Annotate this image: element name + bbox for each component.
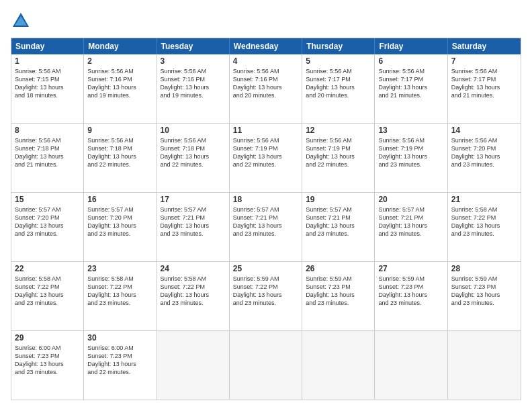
calendar-week-3: 15Sunrise: 5:57 AMSunset: 7:20 PMDayligh… [11,193,521,262]
table-row: 4Sunrise: 5:56 AMSunset: 7:16 PMDaylight… [230,54,302,123]
table-row: 30Sunrise: 6:00 AMSunset: 7:23 PMDayligh… [84,331,157,400]
cell-info: Sunrise: 5:59 AMSunset: 7:23 PMDaylight:… [378,275,443,308]
table-row: 20Sunrise: 5:57 AMSunset: 7:21 PMDayligh… [375,193,447,261]
header-day-sunday: Sunday [11,38,84,54]
header-day-monday: Monday [84,38,157,54]
table-row [375,331,447,400]
calendar-week-4: 22Sunrise: 5:58 AMSunset: 7:22 PMDayligh… [11,262,521,331]
header-day-wednesday: Wednesday [230,38,302,54]
page: SundayMondayTuesdayWednesdayThursdayFrid… [0,0,532,411]
table-row: 25Sunrise: 5:59 AMSunset: 7:22 PMDayligh… [230,262,302,330]
cell-info: Sunrise: 5:59 AMSunset: 7:23 PMDaylight:… [306,275,371,308]
day-number: 20 [378,195,443,204]
table-row: 26Sunrise: 5:59 AMSunset: 7:23 PMDayligh… [302,262,375,330]
table-row: 18Sunrise: 5:57 AMSunset: 7:21 PMDayligh… [230,193,302,261]
day-number: 2 [87,56,152,66]
table-row: 13Sunrise: 5:56 AMSunset: 7:19 PMDayligh… [375,124,447,192]
day-number: 29 [15,333,80,342]
table-row: 5Sunrise: 5:56 AMSunset: 7:17 PMDaylight… [302,54,375,123]
day-number: 1 [15,56,80,66]
header [11,11,521,31]
cell-info: Sunrise: 5:57 AMSunset: 7:20 PMDaylight:… [87,205,152,238]
cell-info: Sunrise: 6:00 AMSunset: 7:23 PMDaylight:… [87,344,152,377]
table-row: 1Sunrise: 5:56 AMSunset: 7:15 PMDaylight… [11,54,84,123]
table-row: 19Sunrise: 5:57 AMSunset: 7:21 PMDayligh… [302,193,375,261]
table-row: 27Sunrise: 5:59 AMSunset: 7:23 PMDayligh… [375,262,447,330]
calendar-week-5: 29Sunrise: 6:00 AMSunset: 7:23 PMDayligh… [11,331,521,400]
logo-icon [11,11,31,31]
day-number: 4 [233,56,298,66]
table-row: 6Sunrise: 5:56 AMSunset: 7:17 PMDaylight… [375,54,447,123]
cell-info: Sunrise: 5:56 AMSunset: 7:17 PMDaylight:… [451,67,517,100]
cell-info: Sunrise: 5:56 AMSunset: 7:16 PMDaylight:… [161,67,226,100]
calendar-week-1: 1Sunrise: 5:56 AMSunset: 7:15 PMDaylight… [11,54,521,124]
day-number: 16 [87,195,152,204]
day-number: 21 [451,195,517,204]
table-row: 3Sunrise: 5:56 AMSunset: 7:16 PMDaylight… [157,54,230,123]
table-row: 15Sunrise: 5:57 AMSunset: 7:20 PMDayligh… [11,193,84,261]
header-day-tuesday: Tuesday [157,38,230,54]
day-number: 5 [306,56,371,66]
table-row [302,331,375,400]
day-number: 13 [378,126,443,135]
table-row: 29Sunrise: 6:00 AMSunset: 7:23 PMDayligh… [11,331,84,400]
table-row: 7Sunrise: 5:56 AMSunset: 7:17 PMDaylight… [448,54,521,123]
calendar-body: 1Sunrise: 5:56 AMSunset: 7:15 PMDaylight… [11,54,521,400]
calendar-week-2: 8Sunrise: 5:56 AMSunset: 7:18 PMDaylight… [11,124,521,193]
day-number: 19 [306,195,371,204]
table-row: 12Sunrise: 5:56 AMSunset: 7:19 PMDayligh… [302,124,375,192]
cell-info: Sunrise: 5:57 AMSunset: 7:21 PMDaylight:… [378,205,443,238]
day-number: 7 [451,56,517,66]
day-number: 25 [233,264,298,273]
cell-info: Sunrise: 5:58 AMSunset: 7:22 PMDaylight:… [161,275,226,308]
day-number: 3 [161,56,226,66]
day-number: 6 [378,56,443,66]
day-number: 24 [161,264,226,273]
table-row: 11Sunrise: 5:56 AMSunset: 7:19 PMDayligh… [230,124,302,192]
cell-info: Sunrise: 5:57 AMSunset: 7:20 PMDaylight:… [15,205,80,238]
day-number: 15 [15,195,80,204]
cell-info: Sunrise: 5:56 AMSunset: 7:17 PMDaylight:… [378,67,443,100]
table-row [230,331,302,400]
cell-info: Sunrise: 5:59 AMSunset: 7:23 PMDaylight:… [451,275,517,308]
table-row [448,331,521,400]
cell-info: Sunrise: 5:56 AMSunset: 7:19 PMDaylight:… [233,136,298,169]
cell-info: Sunrise: 5:56 AMSunset: 7:19 PMDaylight:… [378,136,443,169]
header-day-friday: Friday [375,38,447,54]
cell-info: Sunrise: 5:59 AMSunset: 7:22 PMDaylight:… [233,275,298,308]
header-day-saturday: Saturday [448,38,521,54]
table-row: 2Sunrise: 5:56 AMSunset: 7:16 PMDaylight… [84,54,157,123]
cell-info: Sunrise: 6:00 AMSunset: 7:23 PMDaylight:… [15,344,80,377]
table-row: 21Sunrise: 5:58 AMSunset: 7:22 PMDayligh… [448,193,521,261]
cell-info: Sunrise: 5:56 AMSunset: 7:16 PMDaylight:… [233,67,298,100]
calendar-header: SundayMondayTuesdayWednesdayThursdayFrid… [11,38,521,54]
logo [11,11,34,31]
day-number: 18 [233,195,298,204]
cell-info: Sunrise: 5:56 AMSunset: 7:18 PMDaylight:… [161,136,226,169]
day-number: 8 [15,126,80,135]
day-number: 12 [306,126,371,135]
cell-info: Sunrise: 5:56 AMSunset: 7:20 PMDaylight:… [451,136,517,169]
table-row: 23Sunrise: 5:58 AMSunset: 7:22 PMDayligh… [84,262,157,330]
cell-info: Sunrise: 5:56 AMSunset: 7:15 PMDaylight:… [15,67,80,100]
day-number: 27 [378,264,443,273]
table-row: 17Sunrise: 5:57 AMSunset: 7:21 PMDayligh… [157,193,230,261]
day-number: 11 [233,126,298,135]
cell-info: Sunrise: 5:58 AMSunset: 7:22 PMDaylight:… [15,275,80,308]
day-number: 26 [306,264,371,273]
cell-info: Sunrise: 5:56 AMSunset: 7:19 PMDaylight:… [306,136,371,169]
cell-info: Sunrise: 5:56 AMSunset: 7:17 PMDaylight:… [306,67,371,100]
cell-info: Sunrise: 5:57 AMSunset: 7:21 PMDaylight:… [161,205,226,238]
cell-info: Sunrise: 5:56 AMSunset: 7:18 PMDaylight:… [15,136,80,169]
day-number: 28 [451,264,517,273]
day-number: 22 [15,264,80,273]
cell-info: Sunrise: 5:57 AMSunset: 7:21 PMDaylight:… [233,205,298,238]
table-row: 9Sunrise: 5:56 AMSunset: 7:18 PMDaylight… [84,124,157,192]
table-row: 22Sunrise: 5:58 AMSunset: 7:22 PMDayligh… [11,262,84,330]
table-row: 24Sunrise: 5:58 AMSunset: 7:22 PMDayligh… [157,262,230,330]
day-number: 9 [87,126,152,135]
cell-info: Sunrise: 5:57 AMSunset: 7:21 PMDaylight:… [306,205,371,238]
table-row [157,331,230,400]
cell-info: Sunrise: 5:58 AMSunset: 7:22 PMDaylight:… [451,205,517,238]
table-row: 10Sunrise: 5:56 AMSunset: 7:18 PMDayligh… [157,124,230,192]
